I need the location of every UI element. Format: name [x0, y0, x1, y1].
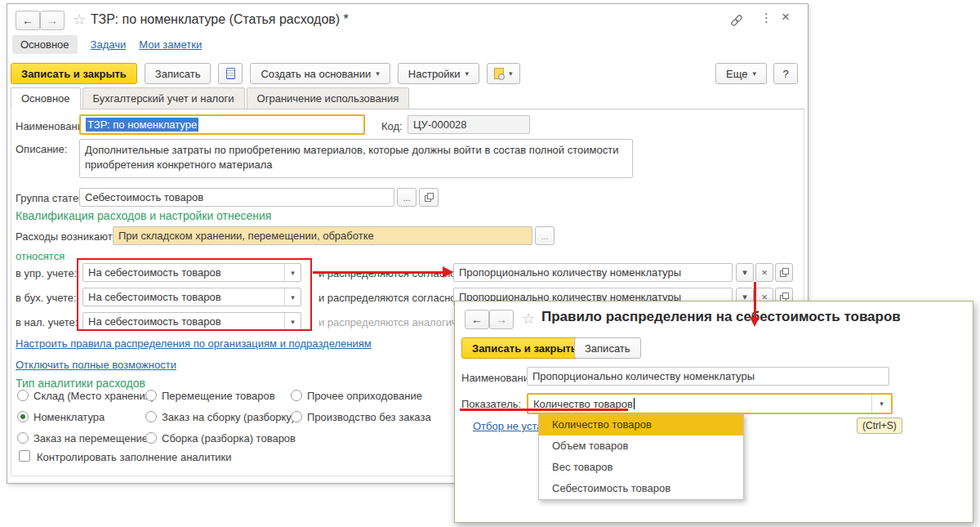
indicator-input[interactable]: Количество товаров [527, 393, 893, 414]
expenses-choose-button[interactable]: ... [535, 226, 555, 245]
fin-accounting-value: На себестоимость товаров [88, 291, 221, 303]
toolbar-right: Еще ? [715, 63, 798, 84]
window-title: ТЗР: по номенклатуре (Статья расходов) * [91, 12, 349, 27]
radio-nomenclature-label: Номенклатура [33, 411, 105, 423]
control-analytics-checkbox[interactable] [19, 450, 30, 462]
control-analytics-label: Контролировать заполнение аналитики [37, 451, 232, 463]
section-qualification-heading: Квалификация расходов и настройки отнесе… [16, 209, 271, 222]
favorite-star-icon[interactable] [73, 11, 86, 29]
save-button[interactable]: Записать [145, 63, 212, 84]
fin-accounting-select[interactable]: На себестоимость товаров [82, 288, 301, 306]
open-icon [425, 193, 434, 202]
document-register-button[interactable] [218, 63, 243, 84]
attached-files-button[interactable] [487, 63, 520, 84]
section-analytics-heading: Тип аналитики расходов [16, 377, 145, 390]
nav-item-main[interactable]: Основное [12, 35, 78, 54]
back-button[interactable] [16, 11, 40, 30]
toolbar: Записать и закрыть Записать Создать на о… [11, 63, 520, 84]
name-input[interactable]: ТЗР: по номенклатуре [79, 114, 365, 135]
annotation-arrow-down [754, 282, 756, 317]
nav-item-tasks[interactable]: Задачи [91, 38, 127, 51]
mgmt-accounting-select[interactable]: На себестоимость товаров [82, 263, 301, 282]
help-button[interactable]: ? [773, 63, 798, 84]
name-input[interactable]: Пропорционально количеству номенклатуры [527, 367, 889, 386]
save-close-button[interactable]: Записать и закрыть [461, 337, 588, 359]
group-label: Группа статей: [16, 192, 87, 204]
indicator-dropdown: Количество товаров Объем товаров Вес тов… [538, 413, 744, 500]
favorite-star-icon[interactable] [522, 310, 535, 328]
section-nav: Основное Задачи Мои заметки [12, 35, 202, 54]
radio-assembly-order-label: Заказ на сборку (разборку) [162, 411, 295, 423]
text-cursor [634, 398, 635, 409]
radio-assembly-order[interactable] [145, 411, 157, 422]
dropdown-item-quantity[interactable]: Количество товаров [539, 414, 743, 435]
document-icon [226, 68, 235, 79]
code-label: Код: [381, 120, 403, 132]
save-button[interactable]: Записать [574, 337, 641, 359]
mgmt-dist-open-button[interactable] [775, 263, 793, 282]
expenses-input[interactable]: При складском хранении, перемещении, обр… [113, 226, 532, 245]
annotation-arrow-right-head [443, 266, 453, 278]
radio-warehouse[interactable] [17, 390, 29, 401]
annotation-red-underline [460, 409, 628, 411]
tax-accounting-label: в нал. учете: [16, 316, 78, 328]
radio-other-receipt[interactable] [291, 390, 302, 401]
mgmt-dist-clear-button[interactable] [755, 263, 773, 282]
chevron-down-icon[interactable] [284, 264, 301, 281]
group-open-button[interactable] [419, 188, 439, 207]
tab-main[interactable]: Основное [11, 87, 81, 109]
chevron-down-icon[interactable] [284, 313, 301, 330]
setup-rules-link[interactable]: Настроить правила распределения по орган… [16, 337, 372, 350]
tax-dist-label: и распределяются аналогичн [318, 316, 463, 328]
chevron-down-icon[interactable] [284, 288, 301, 306]
close-icon[interactable] [782, 9, 790, 25]
window-title: Правило распределения на себестоимость т… [541, 309, 901, 325]
mgmt-accounting-label: в упр. учете: [16, 267, 77, 279]
name-value: ТЗР: по номенклатуре [86, 118, 198, 132]
shortcut-hint: (Ctrl+S) [857, 418, 902, 434]
fin-accounting-label: в бух. учете: [16, 292, 77, 304]
tax-accounting-value: На себестоимость товаров [88, 315, 221, 328]
disable-features-link[interactable]: Отключить полные возможности [16, 359, 176, 371]
save-close-button[interactable]: Записать и закрыть [11, 63, 137, 84]
more-button[interactable]: Еще [715, 63, 767, 84]
annotation-arrow-down-head [750, 317, 760, 327]
dropdown-item-weight[interactable]: Вес товаров [539, 457, 743, 478]
kebab-menu-icon[interactable] [760, 11, 773, 25]
tab-accounting[interactable]: Бухгалтерский учет и налоги [82, 87, 245, 109]
radio-production-no-order[interactable] [291, 411, 302, 422]
get-link-icon[interactable] [729, 14, 744, 29]
description-input[interactable]: Дополнительные затраты по приобретению м… [79, 139, 633, 178]
dropdown-item-volume[interactable]: Объем товаров [539, 435, 743, 457]
file-icon [494, 68, 504, 79]
radio-goods-movement[interactable] [145, 390, 157, 401]
code-field: ЦУ-000028 [408, 115, 530, 134]
create-based-on-button[interactable]: Создать на основании [250, 63, 390, 84]
tab-usage-restriction[interactable]: Ограничение использования [247, 87, 410, 109]
distribution-rule-window: Правило распределения на себестоимость т… [454, 301, 973, 523]
tab-bar: Основное Бухгалтерский учет и налоги Огр… [11, 87, 804, 109]
mgmt-dist-dropdown-button[interactable]: ▾ [736, 263, 754, 282]
group-choose-button[interactable]: ... [397, 188, 416, 207]
radio-transfer-order[interactable] [17, 432, 29, 444]
group-input[interactable]: Себестоимость товаров [79, 188, 394, 207]
screen: ТЗР: по номенклатуре (Статья расходов) *… [0, 0, 980, 527]
nav-item-notes[interactable]: Мои заметки [139, 38, 202, 51]
radio-other-receipt-label: Прочее оприходование [307, 390, 422, 402]
settings-button[interactable]: Настройки [398, 63, 479, 84]
dropdown-item-cost[interactable]: Себестоимость товаров [539, 478, 743, 499]
chevron-down-icon[interactable] [871, 395, 891, 413]
radio-production-no-order-label: Производство без заказа [307, 411, 431, 423]
radio-nomenclature[interactable] [17, 411, 29, 422]
open-icon [780, 268, 789, 277]
back-button[interactable] [465, 310, 489, 329]
fin-dist-label: и распределяются согласно: [318, 292, 459, 304]
mgmt-dist-input[interactable]: Пропорционально количеству номенклатуры [453, 263, 733, 282]
radio-assembly-goods[interactable] [145, 432, 157, 444]
relate-heading: относятся [16, 250, 65, 262]
tax-accounting-select[interactable]: На себестоимость товаров [82, 312, 301, 331]
forward-button[interactable] [489, 310, 514, 329]
forward-button[interactable] [40, 11, 65, 30]
radio-goods-movement-label: Перемещение товаров [162, 390, 275, 402]
radio-warehouse-label: Склад (Место хранения) [33, 390, 154, 402]
